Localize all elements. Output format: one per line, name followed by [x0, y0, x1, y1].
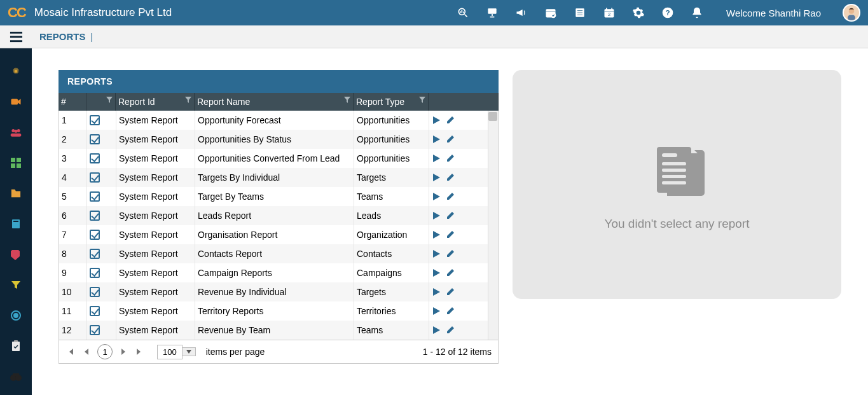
topbar: CC Mosaic Infrastructure Pvt Ltd 2 ?	[0, 0, 868, 25]
svg-rect-5	[488, 8, 496, 13]
breadcrumb-separator: |	[91, 32, 93, 42]
avatar[interactable]	[843, 4, 860, 22]
svg-text:2: 2	[608, 11, 610, 17]
megaphone-icon[interactable]	[515, 6, 528, 19]
company-name: Mosaic Infrastructure Pvt Ltd	[34, 6, 172, 19]
search-analytics-icon[interactable]	[457, 6, 469, 19]
svg-rect-23	[848, 15, 855, 20]
welcome-text: Welcome Shanthi Rao	[726, 8, 821, 18]
help-icon[interactable]: ?	[661, 6, 674, 19]
gear-icon[interactable]	[632, 6, 645, 19]
list-icon[interactable]	[574, 6, 586, 19]
presentation-icon[interactable]	[486, 6, 499, 19]
breadcrumb-bar: REPORTS |	[0, 25, 868, 48]
hamburger-menu[interactable]	[0, 25, 32, 48]
breadcrumb[interactable]: REPORTS	[32, 31, 86, 42]
svg-text:?: ?	[665, 8, 670, 17]
topbar-icons: 2 ? Welcome Shanthi Rao	[457, 4, 860, 22]
logo: CC	[8, 4, 25, 21]
calendar-check-icon[interactable]	[544, 6, 557, 19]
calendar-date-icon[interactable]: 2	[603, 6, 616, 19]
svg-line-1	[465, 15, 467, 17]
bell-icon[interactable]	[691, 6, 703, 19]
